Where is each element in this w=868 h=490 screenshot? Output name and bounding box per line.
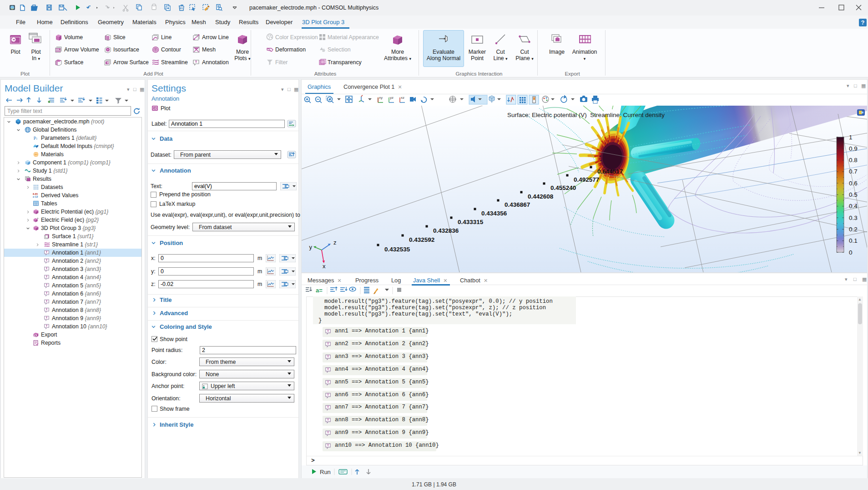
svg-text:0.492577: 0.492577 [574,176,599,183]
svg-text:0.436867: 0.436867 [505,201,530,208]
svg-text:0.442608: 0.442608 [528,193,554,200]
svg-text:0.9: 0.9 [849,145,858,152]
svg-text:0.433315: 0.433315 [458,219,484,225]
svg-text:0.6: 0.6 [849,180,858,187]
svg-text:0.4: 0.4 [849,203,858,209]
svg-text:xz: xz [401,96,404,100]
svg-text:0.8: 0.8 [849,157,858,163]
svg-text:0.455240: 0.455240 [550,184,576,191]
svg-text:a=: a= [316,287,323,294]
svg-text:0.432535: 0.432535 [384,246,410,253]
svg-text:0.1: 0.1 [849,237,858,244]
svg-text:0.434356: 0.434356 [481,210,507,217]
svg-text:0.3: 0.3 [849,214,858,221]
svg-text:0: 0 [849,249,853,256]
svg-text:0.2: 0.2 [849,226,858,233]
svg-text:0.7: 0.7 [849,168,858,175]
svg-text:0.432836: 0.432836 [433,227,459,234]
svg-text:1: 1 [849,134,853,141]
svg-text:yz: yz [390,96,394,100]
svg-text:Surface: Electric potential (V: Surface: Electric potential (V) Streamli… [507,112,665,118]
svg-text:Run: Run [320,469,331,475]
svg-text:x: x [323,263,326,270]
svg-text:0.5: 0.5 [849,191,858,198]
svg-text:0.432592: 0.432592 [409,236,434,243]
svg-text:z: z [333,239,337,246]
svg-text:xy: xy [379,96,383,100]
svg-text:y: y [309,244,313,250]
svg-text:0.644517: 0.644517 [597,168,623,175]
